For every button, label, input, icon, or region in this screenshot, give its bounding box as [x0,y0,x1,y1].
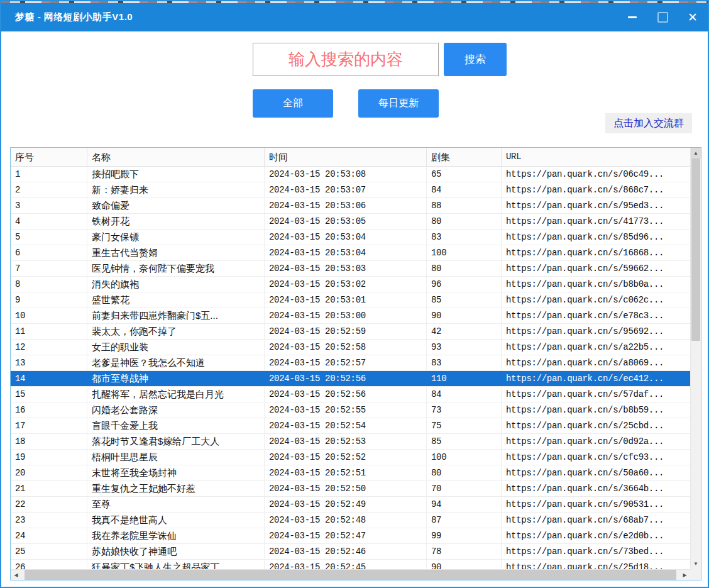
search-input[interactable] [253,43,439,76]
timestamp: 2024-03-15 20:52:54 [265,418,427,433]
drama-name: 落花时节又逢君$嫁给厂工大人 [87,434,265,449]
row-number: 15 [11,387,87,402]
row-number: 13 [11,355,87,370]
column-header[interactable]: URL [502,148,690,166]
scroll-up-icon[interactable]: ▲ [691,148,701,158]
table-row[interactable]: 16闪婚老公套路深2024-03-15 20:52:5573https://pa… [11,402,690,418]
table-row[interactable]: 4铁树开花2024-03-15 20:53:0580https://pan.qu… [11,214,690,230]
titlebar: 梦糖 - 网络短剧小助手V1.0 ✕ [1,3,708,31]
timestamp: 2024-03-15 20:52:56 [265,387,427,402]
table-row[interactable]: 11裴太太，你跑不掉了2024-03-15 20:52:5942https://… [11,324,690,340]
table-inner: 序号名称时间剧集URL 1接招吧殿下2024-03-15 20:53:0865h… [11,148,690,569]
row-number: 9 [11,292,87,308]
share-url: https://pan.quark.cn/s/59662... [502,261,690,276]
table-row[interactable]: 5豪门女保镖2024-03-15 20:53:0483https://pan.q… [11,230,690,245]
scroll-right-icon[interactable]: ▶ [679,570,690,580]
drama-name: 盲眼千金爱上我 [87,418,265,433]
row-number: 18 [11,434,87,449]
table-row[interactable]: 14都市至尊战神2024-03-15 20:52:56110https://pa… [11,371,690,387]
vertical-scrollbar[interactable]: ▲ ▼ [690,148,701,569]
table-row[interactable]: 18落花时节又逢君$嫁给厂工大人2024-03-15 20:52:5385htt… [11,434,690,450]
table-row[interactable]: 20末世将至我全场封神2024-03-15 20:52:5180https://… [11,465,690,481]
horizontal-scroll-thumb[interactable] [25,570,676,580]
table-row[interactable]: 10前妻归来带四崽炸翻豪门$五...2024-03-15 20:53:0090h… [11,308,690,324]
table-row[interactable]: 26狂暴家丁$飞驰人生之超品家丁2024-03-15 20:52:4590htt… [11,560,690,569]
row-number: 21 [11,481,87,496]
table-row[interactable]: 1接招吧殿下2024-03-15 20:53:0865https://pan.q… [11,167,690,182]
table-row[interactable]: 19梧桐叶里思星辰2024-03-15 20:52:52100https://p… [11,450,690,465]
share-url: https://pan.quark.cn/s/73bed... [502,544,690,559]
timestamp: 2024-03-15 20:52:56 [265,371,427,386]
window-title: 梦糖 - 网络短剧小助手V1.0 [1,11,133,23]
row-number: 6 [11,245,87,260]
timestamp: 2024-03-15 20:53:08 [265,167,427,182]
share-url: https://pan.quark.cn/s/e2d0b... [502,528,690,543]
timestamp: 2024-03-15 20:52:55 [265,402,427,418]
column-header[interactable]: 序号 [11,148,87,166]
table-row[interactable]: 22至尊2024-03-15 20:52:4994https://pan.qua… [11,497,690,513]
timestamp: 2024-03-15 20:52:52 [265,450,427,465]
column-header[interactable]: 剧集 [427,148,502,166]
table-row[interactable]: 8消失的旗袍2024-03-15 20:53:0296https://pan.q… [11,277,690,292]
window-controls: ✕ [617,3,708,31]
drama-name: 消失的旗袍 [87,277,265,292]
share-url: https://pan.quark.cn/s/e78c3... [502,308,690,323]
drama-name: 裴太太，你跑不掉了 [87,324,265,339]
table-row[interactable]: 2新：娇妻归来2024-03-15 20:53:0784https://pan.… [11,182,690,198]
scrollbar-corner [690,569,701,580]
timestamp: 2024-03-15 20:52:48 [265,513,427,528]
episode-count: 90 [427,308,502,323]
close-icon: ✕ [688,11,698,23]
vertical-scroll-thumb[interactable] [691,158,700,341]
row-number: 20 [11,465,87,480]
drama-name: 重生古代当赘婿 [87,245,265,260]
join-group-link[interactable]: 点击加入交流群 [605,113,692,133]
share-url: https://pan.quark.cn/s/68ab7... [502,513,690,528]
table-row[interactable]: 3致命偏爱2024-03-15 20:53:0688https://pan.qu… [11,198,690,214]
table-row[interactable]: 15扎醒将军，居然忘记我是白月光2024-03-15 20:52:5684htt… [11,387,690,402]
search-button[interactable]: 搜索 [444,43,507,76]
episode-count: 70 [427,481,502,496]
table-row[interactable]: 24我在养老院里学诛仙2024-03-15 20:52:4799https://… [11,528,690,544]
table-row[interactable]: 6重生古代当赘婿2024-03-15 20:53:04100https://pa… [11,245,690,261]
table-row[interactable]: 23我真不是绝世高人2024-03-15 20:52:4887https://p… [11,513,690,528]
scroll-left-icon[interactable]: ◀ [11,570,21,580]
timestamp: 2024-03-15 20:52:57 [265,355,427,370]
column-header[interactable]: 时间 [265,148,427,166]
filter-all-button[interactable]: 全部 [253,89,333,118]
timestamp: 2024-03-15 20:52:46 [265,544,427,559]
table-row[interactable]: 17盲眼千金爱上我2024-03-15 20:52:5475https://pa… [11,418,690,434]
share-url: https://pan.quark.cn/s/57daf... [502,387,690,402]
table-row[interactable]: 12女王的职业装2024-03-15 20:52:5893https://pan… [11,340,690,355]
close-button[interactable]: ✕ [678,3,708,31]
drama-name: 前妻归来带四崽炸翻豪门$五... [87,308,265,323]
drama-name: 医见钟情，奈何陛下偏要宠我 [87,261,265,276]
row-number: 22 [11,497,87,512]
row-number: 5 [11,230,87,245]
timestamp: 2024-03-15 20:53:05 [265,214,427,229]
episode-count: 100 [427,450,502,465]
scroll-down-icon[interactable]: ▼ [691,558,701,569]
drama-name: 我真不是绝世高人 [87,513,265,528]
table-row[interactable]: 25苏姑娘快收了神通吧2024-03-15 20:52:4678https://… [11,544,690,560]
episode-count: 80 [427,261,502,276]
column-header[interactable]: 名称 [87,148,265,166]
drama-name: 女王的职业装 [87,340,265,355]
table-row[interactable]: 13老爹是神医？我怎么不知道2024-03-15 20:52:5783https… [11,355,690,371]
minimize-button[interactable] [617,3,647,31]
table-row[interactable]: 9盛世繁花2024-03-15 20:53:0185https://pan.qu… [11,292,690,308]
episode-count: 83 [427,230,502,245]
maximize-button[interactable] [647,3,678,31]
drama-name: 至尊 [87,497,265,512]
episode-count: 110 [427,371,502,386]
episode-count: 85 [427,434,502,449]
table-row[interactable]: 21重生复仇之王妃她不好惹2024-03-15 20:52:5070https:… [11,481,690,497]
table-row[interactable]: 7医见钟情，奈何陛下偏要宠我2024-03-15 20:53:0380https… [11,261,690,277]
horizontal-scrollbar[interactable]: ◀ ▶ [11,569,690,580]
episode-count: 96 [427,277,502,292]
episode-count: 83 [427,355,502,370]
row-number: 11 [11,324,87,339]
filter-daily-update-button[interactable]: 每日更新 [358,89,439,118]
row-number: 14 [11,371,87,386]
share-url: https://pan.quark.cn/s/a8069... [502,355,690,370]
